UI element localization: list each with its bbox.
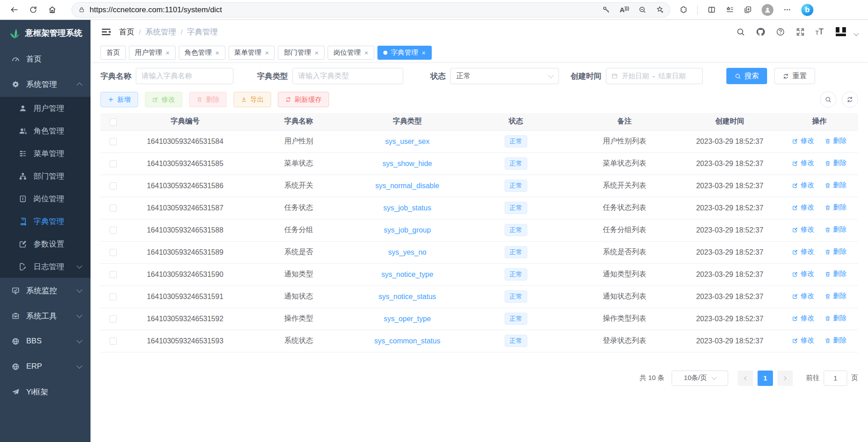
sidebar-item-erp[interactable]: ERP [0, 354, 91, 379]
help-icon[interactable] [776, 27, 785, 37]
add-button[interactable]: 新增 [100, 92, 138, 107]
tab-close-icon[interactable]: × [166, 49, 170, 56]
yi-brand-logo[interactable] [834, 25, 848, 38]
end-date-placeholder[interactable]: 结束日期 [658, 72, 686, 81]
row-checkbox[interactable] [110, 337, 117, 345]
sidebar-item-param-settings[interactable]: 参数设置 [0, 233, 91, 255]
toggle-search-button[interactable] [820, 91, 836, 108]
sidebar-item-user-mgmt[interactable]: 用户管理 [0, 97, 91, 119]
row-delete-button[interactable]: 删除 [825, 225, 847, 234]
date-range-picker[interactable]: 开始日期 - 结束日期 [606, 68, 703, 84]
sidebar-item-log-mgmt[interactable]: 日志管理 [0, 255, 91, 278]
dict-name-input[interactable] [142, 72, 228, 80]
row-edit-button[interactable]: 修改 [792, 247, 814, 256]
sidebar-item-home[interactable]: 首页 [0, 46, 91, 71]
search-icon[interactable] [736, 27, 745, 37]
row-edit-button[interactable]: 修改 [792, 203, 814, 212]
add-favorite-icon[interactable] [656, 5, 664, 14]
tab-role-mgmt[interactable]: 角色管理× [179, 46, 225, 60]
refresh-table-button[interactable] [842, 91, 858, 108]
tab-dict-mgmt[interactable]: 字典管理× [377, 46, 432, 60]
collections-icon[interactable] [744, 5, 752, 14]
search-button[interactable]: 搜索 [726, 68, 767, 84]
row-delete-button[interactable]: 删除 [825, 336, 847, 345]
page-size-select[interactable]: 10条/页 [672, 371, 728, 386]
prev-page-button[interactable] [738, 371, 753, 386]
breadcrumb-home[interactable]: 首页 [119, 27, 134, 37]
select-all-checkbox[interactable] [110, 119, 117, 126]
dict-type-link[interactable]: sys_job_status [383, 204, 431, 212]
refresh-cache-button[interactable]: 刷新缓存 [278, 92, 329, 107]
dict-type-link[interactable]: sys_show_hide [382, 160, 432, 167]
dict-type-link[interactable]: sys_common_status [374, 337, 440, 345]
sidebar-item-system-tools[interactable]: 系统工具 [0, 303, 91, 328]
dict-type-link[interactable]: sys_notice_type [382, 271, 434, 278]
tab-menu-mgmt[interactable]: 菜单管理× [229, 46, 275, 60]
tab-post-mgmt[interactable]: 岗位管理× [328, 46, 374, 60]
row-delete-button[interactable]: 删除 [825, 181, 847, 190]
row-edit-button[interactable]: 修改 [792, 314, 814, 323]
row-edit-button[interactable]: 修改 [792, 225, 814, 234]
tab-close-icon[interactable]: × [315, 49, 319, 56]
password-key-icon[interactable] [602, 5, 610, 14]
row-delete-button[interactable]: 删除 [825, 292, 847, 300]
dict-type-link[interactable]: sys_notice_status [378, 293, 436, 300]
chevron-down-icon[interactable] [854, 31, 858, 36]
row-edit-button[interactable]: 修改 [792, 270, 814, 278]
row-checkbox[interactable] [110, 271, 117, 278]
url-text[interactable]: https://ccnetcore.com:1101/system/dict [90, 5, 222, 14]
sidebar-item-menu-mgmt[interactable]: 菜单管理 [0, 142, 91, 165]
address-bar[interactable]: https://ccnetcore.com:1101/system/dict A… [72, 2, 670, 18]
next-page-button[interactable] [777, 371, 793, 386]
row-edit-button[interactable]: 修改 [792, 137, 814, 145]
row-delete-button[interactable]: 删除 [825, 247, 847, 256]
dict-type-input[interactable] [298, 72, 397, 80]
row-edit-button[interactable]: 修改 [792, 292, 814, 300]
row-checkbox[interactable] [110, 204, 117, 212]
goto-page-input[interactable] [824, 371, 847, 386]
favorites-icon[interactable] [725, 5, 734, 14]
export-button[interactable]: 导出 [234, 92, 271, 107]
status-select[interactable]: 正常 [450, 68, 559, 84]
row-checkbox[interactable] [110, 293, 117, 300]
sidebar-item-system-mgmt[interactable]: 系统管理 [0, 71, 91, 97]
sidebar-item-bbs[interactable]: BBS [0, 328, 91, 354]
tab-close-icon[interactable]: × [422, 49, 426, 56]
tab-close-icon[interactable]: × [215, 49, 219, 56]
row-checkbox[interactable] [110, 249, 117, 256]
extensions-icon[interactable] [679, 5, 688, 14]
row-edit-button[interactable]: 修改 [792, 181, 814, 190]
profile-avatar[interactable] [762, 4, 773, 16]
tab-close-icon[interactable]: × [265, 49, 269, 56]
sidebar-item-dict-mgmt[interactable]: 字典管理 [0, 210, 91, 233]
browser-home-button[interactable] [44, 2, 60, 18]
copilot-icon[interactable]: b [801, 4, 814, 16]
sidebar-item-system-monitor[interactable]: 系统监控 [0, 278, 91, 303]
row-edit-button[interactable]: 修改 [792, 336, 814, 345]
tab-home[interactable]: 首页 [100, 46, 126, 60]
row-delete-button[interactable]: 删除 [825, 314, 847, 323]
sidebar-item-yi-framework[interactable]: Yi框架 [0, 379, 91, 404]
collapse-sidebar-icon[interactable] [100, 26, 112, 38]
more-menu-icon[interactable] [783, 5, 792, 14]
row-edit-button[interactable]: 修改 [792, 159, 814, 167]
reset-button[interactable]: 重置 [774, 68, 815, 84]
dict-type-link[interactable]: sys_oper_type [384, 315, 431, 323]
start-date-placeholder[interactable]: 开始日期 [622, 72, 649, 81]
delete-button[interactable]: 删除 [189, 92, 227, 107]
row-checkbox[interactable] [110, 138, 117, 145]
row-delete-button[interactable]: 删除 [825, 270, 847, 278]
row-delete-button[interactable]: 删除 [825, 203, 847, 212]
tab-user-mgmt[interactable]: 用户管理× [129, 46, 176, 60]
browser-back-button[interactable] [6, 2, 22, 18]
zoom-out-icon[interactable] [638, 5, 647, 14]
dict-type-link[interactable]: sys_yes_no [388, 248, 427, 256]
row-checkbox[interactable] [110, 315, 117, 323]
row-checkbox[interactable] [110, 227, 117, 234]
row-delete-button[interactable]: 删除 [825, 159, 847, 167]
font-size-icon[interactable]: TT [816, 28, 824, 36]
dict-type-link[interactable]: sys_job_group [384, 226, 431, 234]
dict-type-link[interactable]: sys_normal_disable [375, 182, 439, 190]
page-number-button[interactable]: 1 [758, 371, 773, 386]
edit-button[interactable]: 修改 [145, 92, 182, 107]
